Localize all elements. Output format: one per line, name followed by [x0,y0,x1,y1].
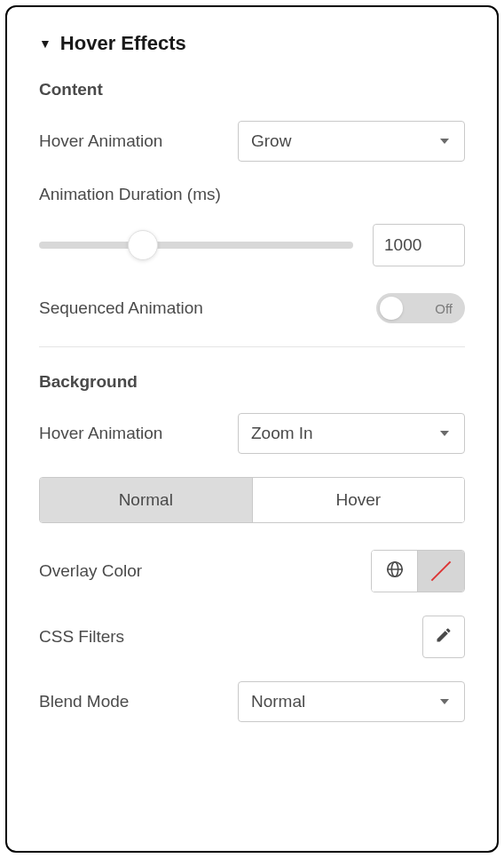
content-hover-animation-select[interactable]: Grow [238,121,465,162]
background-group-title: Background [39,372,465,392]
sequenced-animation-label: Sequenced Animation [39,298,203,318]
chevron-down-icon [437,695,452,709]
duration-slider[interactable] [39,242,353,249]
animation-duration-label: Animation Duration (ms) [39,185,465,204]
css-filters-label: CSS Filters [39,627,124,647]
sequenced-animation-row: Sequenced Animation Off [39,293,465,323]
pencil-icon [435,626,453,647]
css-filters-edit-button[interactable] [422,616,465,658]
content-hover-animation-label: Hover Animation [39,131,162,151]
blend-mode-select[interactable]: Normal [238,681,465,722]
toggle-state-label: Off [435,301,453,316]
collapse-icon: ▼ [39,36,51,51]
content-group-title: Content [39,80,465,99]
global-color-button[interactable] [372,551,418,592]
tab-normal[interactable]: Normal [40,478,252,522]
sequenced-animation-toggle[interactable]: Off [376,293,465,323]
blend-mode-value: Normal [251,692,305,711]
overlay-color-control [371,550,465,592]
state-tabs: Normal Hover [39,477,465,523]
animation-duration-control: 1000 [39,224,465,266]
hover-effects-panel: ▼ Hover Effects Content Hover Animation … [5,5,499,853]
duration-input[interactable]: 1000 [373,224,465,266]
tab-hover[interactable]: Hover [252,478,465,522]
overlay-color-row: Overlay Color [39,550,465,592]
content-hover-animation-value: Grow [251,131,291,151]
background-hover-animation-value: Zoom In [251,424,313,443]
chevron-down-icon [437,134,452,148]
divider [39,346,465,347]
overlay-color-label: Overlay Color [39,561,142,581]
background-hover-animation-row: Hover Animation Zoom In [39,413,465,454]
section-header[interactable]: ▼ Hover Effects [39,32,465,55]
chevron-down-icon [437,426,452,441]
background-hover-animation-label: Hover Animation [39,424,162,443]
slider-thumb[interactable] [128,230,158,260]
blend-mode-row: Blend Mode Normal [39,681,465,722]
background-hover-animation-select[interactable]: Zoom In [238,413,465,454]
globe-icon [385,560,405,583]
blend-mode-label: Blend Mode [39,692,129,711]
no-color-icon [431,561,452,582]
toggle-knob [380,297,403,320]
color-swatch-button[interactable] [418,551,464,592]
css-filters-row: CSS Filters [39,616,465,658]
content-hover-animation-row: Hover Animation Grow [39,121,465,162]
section-title: Hover Effects [60,32,186,55]
